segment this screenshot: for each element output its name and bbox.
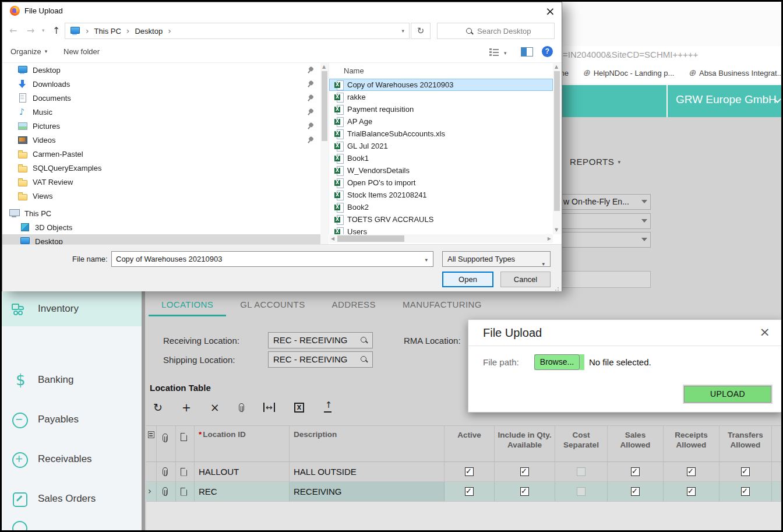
file-item[interactable]: W_VendorsDetails — [329, 164, 553, 177]
header-active[interactable]: Active — [445, 426, 495, 461]
checkbox-active[interactable] — [465, 487, 474, 496]
tab[interactable]: ADDRESS — [332, 300, 376, 316]
header-include-qty[interactable]: Include in Qty. Available — [495, 426, 555, 461]
tree-item[interactable]: SQLQueryExamples — [2, 161, 320, 175]
sidebar-item[interactable]: Payables — [2, 402, 142, 437]
table-row[interactable]: › REC RECEIVING — [146, 482, 781, 502]
file-item[interactable]: Stock Items 202108241 — [329, 189, 553, 201]
address-caret-icon[interactable]: ▾ — [401, 28, 404, 34]
column-header-name[interactable]: Name — [329, 63, 553, 79]
shipping-location-field[interactable]: REC - RECEIVING — [268, 351, 373, 368]
file-type-dropdown[interactable]: All Supported Types ▾ — [442, 251, 551, 267]
checkbox-receipts-allowed[interactable] — [687, 467, 696, 476]
company-menu[interactable]: GRW Europe GmbH — [676, 93, 777, 106]
attachment-icon[interactable] — [239, 403, 244, 412]
header-sales-allowed[interactable]: Sales Allowed — [608, 426, 664, 461]
checkbox-transfers-allowed[interactable] — [741, 487, 750, 496]
resize-grip[interactable] — [558, 287, 559, 288]
file-item[interactable]: GL Jul 2021 — [329, 140, 553, 152]
tree-item[interactable]: Views — [2, 189, 320, 203]
tab[interactable]: MANUFACTURING — [403, 300, 482, 316]
add-row-icon[interactable]: + — [182, 400, 191, 414]
file-item[interactable]: Book2 — [329, 201, 553, 213]
export-excel-icon[interactable]: X — [294, 403, 304, 413]
scroll-down-icon[interactable]: ▼ — [555, 227, 558, 233]
scroll-right-icon[interactable]: ▶ — [548, 236, 551, 242]
header-settings-cell[interactable] — [146, 426, 157, 461]
paperclip-icon[interactable] — [163, 487, 168, 496]
cell-description[interactable]: HALL OUTSIDE — [290, 462, 445, 481]
upload-file-icon[interactable] — [323, 401, 333, 413]
combo-caret-icon[interactable]: ▾ — [425, 257, 428, 263]
header-attachment-cell[interactable] — [157, 426, 176, 461]
scroll-up-icon[interactable]: ▲ — [322, 64, 326, 70]
file-item[interactable]: Copy of Warehouses 20210903 — [329, 79, 553, 91]
breadcrumb[interactable]: › This PC › Desktop › ▾ — [65, 23, 410, 39]
tab[interactable]: GL ACCOUNTS — [240, 300, 305, 316]
bookmark-item[interactable]: ⊕ HelpNDoc - Landing p... — [583, 69, 674, 77]
scroll-left-icon[interactable]: ◀ — [331, 236, 334, 242]
header-transfers-allowed[interactable]: Transfers Allowed — [719, 426, 772, 461]
cell-location-id[interactable]: HALLOUT — [195, 462, 290, 481]
close-icon[interactable]: × — [760, 325, 770, 340]
checkbox-receipts-allowed[interactable] — [687, 487, 696, 496]
close-icon[interactable]: × — [545, 4, 555, 18]
search-input[interactable] — [477, 24, 553, 38]
browse-button[interactable]: Browse... — [534, 354, 580, 370]
checkbox-cost-separately[interactable] — [577, 487, 586, 496]
checkbox-include-qty[interactable] — [520, 487, 529, 496]
cell-location-id[interactable]: REC — [195, 482, 290, 501]
file-item[interactable]: Book1 — [329, 152, 553, 164]
checkbox-active[interactable] — [465, 467, 474, 476]
view-caret-icon[interactable]: ▾ — [504, 50, 507, 56]
header-receipts-allowed[interactable]: Receipts Allowed — [664, 426, 719, 461]
header-cost-separately[interactable]: Cost Separatel — [555, 426, 608, 461]
header-partial[interactable]: P — [772, 426, 781, 461]
open-button[interactable]: Open — [442, 272, 493, 287]
tab[interactable]: LOCATIONS — [161, 300, 213, 316]
forward-icon[interactable]: → — [27, 25, 34, 36]
url-bar[interactable]: =IN204000&SiteCD=SCHMI+++++ — [558, 46, 781, 63]
file-item[interactable]: TrialBalanceSubAccounts.xls — [329, 128, 553, 140]
refresh-icon[interactable]: ↻ — [153, 400, 163, 414]
upload-button[interactable]: UPLOAD — [684, 386, 771, 403]
tree-item[interactable]: Downloads — [2, 77, 320, 91]
tree-item[interactable]: Pictures — [2, 119, 320, 133]
new-folder-button[interactable]: New folder — [64, 47, 100, 56]
bookmark-item[interactable]: ⊕ Absa Business Integrat... — [688, 69, 781, 77]
tree-item[interactable]: This PC — [2, 206, 320, 220]
note-icon[interactable] — [181, 488, 187, 496]
sidebar-item[interactable]: Receivables — [2, 442, 142, 477]
background-text-field[interactable] — [560, 271, 651, 288]
dialog-titlebar[interactable]: File Upload × — [2, 2, 562, 20]
sidebar-item[interactable]: Banking — [2, 362, 142, 397]
header-location-id[interactable]: *Location ID — [195, 426, 290, 461]
breadcrumb-item[interactable]: This PC — [94, 27, 121, 36]
up-icon[interactable]: ↑ — [52, 25, 60, 36]
fit-width-icon[interactable]: ↔ — [263, 403, 275, 412]
file-item[interactable]: Payment requisition — [329, 103, 553, 115]
background-dropdown-3[interactable] — [560, 232, 651, 248]
checkbox-sales-allowed[interactable] — [631, 487, 640, 496]
organize-button[interactable]: Organize▾ — [10, 47, 47, 56]
sidebar-item[interactable]: Sales Orders — [2, 481, 142, 516]
file-item[interactable]: AP Age — [329, 115, 553, 128]
tree-item[interactable]: VAT Review — [2, 175, 320, 189]
checkbox-include-qty[interactable] — [520, 467, 529, 476]
cell-description[interactable]: RECEIVING — [290, 482, 445, 501]
table-row[interactable]: › HALLOUT HALL OUTSIDE — [146, 462, 781, 482]
note-icon[interactable] — [181, 468, 187, 476]
history-caret-icon[interactable]: ▾ — [42, 27, 45, 33]
back-icon[interactable]: ← — [9, 25, 17, 36]
tree-item[interactable]: Desktop — [2, 63, 320, 77]
sidebar-item[interactable]: Inventory — [2, 291, 142, 326]
checkbox-transfers-allowed[interactable] — [741, 467, 750, 476]
file-item[interactable]: rakke — [329, 91, 553, 103]
delete-row-icon[interactable]: × — [210, 400, 220, 414]
tree-item[interactable]: Desktop — [2, 234, 320, 244]
receiving-location-field[interactable]: REC - RECEIVING — [268, 332, 373, 348]
onthefly-dropdown[interactable]: w On-the-Fly En... — [560, 194, 651, 210]
scrollbar-thumb[interactable] — [554, 71, 560, 211]
refresh-icon[interactable]: ↻ — [411, 23, 431, 39]
tree-item[interactable]: Carmen-Pastel — [2, 147, 320, 161]
